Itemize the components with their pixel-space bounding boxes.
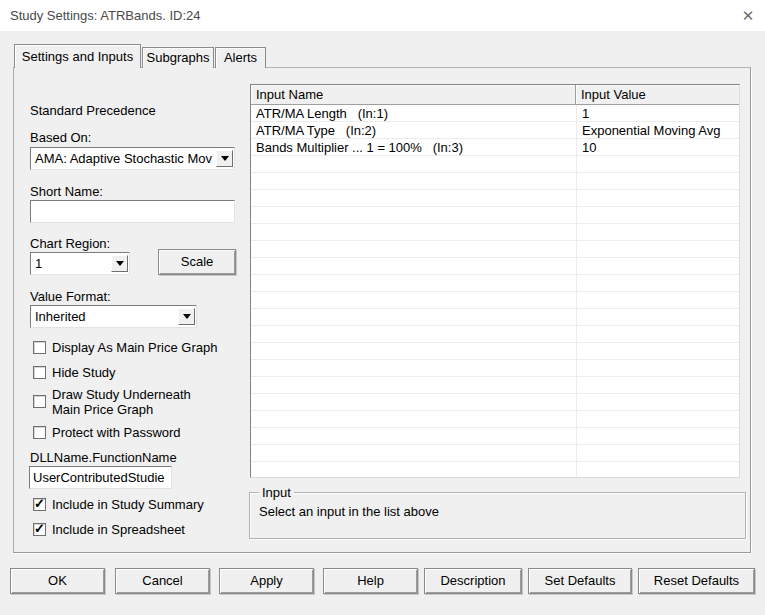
study-settings-dialog: Study Settings: ATRBands. ID:24 ✕ Settin… — [0, 0, 765, 615]
checkbox-draw-study-underneath[interactable]: Draw Study Underneath Main Price Graph — [33, 387, 213, 417]
chevron-down-icon[interactable] — [216, 150, 233, 167]
checkbox-display-as-main-price-graph[interactable]: Display As Main Price Graph — [33, 340, 243, 355]
table-row[interactable]: ATR/MA Length (In:1) 1 — [251, 105, 739, 122]
short-name-input[interactable] — [30, 200, 235, 223]
tab-alerts[interactable]: Alerts — [215, 47, 266, 68]
checkbox-label: Include in Spreadsheet — [52, 522, 243, 537]
short-name-label: Short Name: — [30, 184, 103, 199]
checkbox-label: Hide Study — [52, 365, 243, 380]
checkbox-box[interactable] — [33, 523, 46, 536]
dll-function-label: DLLName.FunctionName — [30, 450, 177, 465]
close-icon[interactable]: ✕ — [736, 4, 760, 28]
input-groupbox: Input Select an input in the list above — [249, 492, 746, 539]
checkbox-label: Draw Study Underneath Main Price Graph — [52, 387, 213, 417]
checkbox-label: Include in Study Summary — [52, 497, 243, 512]
input-group-message: Select an input in the list above — [259, 504, 439, 519]
chevron-down-icon[interactable] — [178, 308, 195, 325]
checkbox-protect-with-password[interactable]: Protect with Password — [33, 425, 243, 440]
cancel-button[interactable]: Cancel — [115, 568, 210, 594]
input-value-cell[interactable]: 10 — [577, 139, 739, 155]
checkbox-box[interactable] — [33, 426, 46, 439]
tab-page-join — [15, 66, 139, 68]
checkbox-include-in-study-summary[interactable]: Include in Study Summary — [33, 497, 243, 512]
set-defaults-button[interactable]: Set Defaults — [528, 568, 632, 594]
scale-button[interactable]: Scale — [158, 249, 236, 275]
inputs-table: Input Name Input Value ATR/MA Length (In… — [250, 84, 740, 478]
dll-function-input[interactable] — [29, 466, 172, 489]
checkbox-include-in-spreadsheet[interactable]: Include in Spreadsheet — [33, 522, 243, 537]
value-format-combobox[interactable]: Inherited — [30, 305, 197, 328]
description-button[interactable]: Description — [424, 568, 522, 594]
checkbox-label: Protect with Password — [52, 425, 243, 440]
inputs-table-header: Input Name Input Value — [251, 85, 739, 105]
inputs-table-body: ATR/MA Length (In:1) 1 ATR/MA Type (In:2… — [251, 105, 739, 477]
value-format-label: Value Format: — [30, 289, 111, 304]
tab-settings-and-inputs[interactable]: Settings and Inputs — [14, 44, 141, 68]
chevron-down-icon[interactable] — [111, 255, 128, 272]
based-on-value: AMA: Adaptive Stochastic Mov — [31, 151, 216, 166]
input-value-cell[interactable]: Exponential Moving Avg — [577, 122, 739, 138]
table-row[interactable]: ATR/MA Type (In:2) Exponential Moving Av… — [251, 122, 739, 139]
ok-button[interactable]: OK — [10, 568, 105, 594]
input-name-cell[interactable]: Bands Multiplier ... 1 = 100% (In:3) — [251, 139, 577, 155]
input-group-title: Input — [259, 485, 294, 500]
based-on-combobox[interactable]: AMA: Adaptive Stochastic Mov — [30, 147, 235, 170]
tab-subgraphs[interactable]: Subgraphs — [142, 47, 214, 68]
checkbox-box[interactable] — [33, 366, 46, 379]
checkbox-box[interactable] — [33, 395, 46, 408]
checkbox-hide-study[interactable]: Hide Study — [33, 365, 243, 380]
reset-defaults-button[interactable]: Reset Defaults — [638, 568, 755, 594]
based-on-label: Based On: — [30, 130, 91, 145]
input-name-cell[interactable]: ATR/MA Length (In:1) — [251, 105, 577, 121]
column-header-input-value[interactable]: Input Value — [576, 85, 739, 104]
empty-rows-area — [251, 156, 739, 477]
checkbox-box[interactable] — [33, 498, 46, 511]
checkbox-box[interactable] — [33, 341, 46, 354]
precedence-label: Standard Precedence — [30, 103, 156, 118]
help-button[interactable]: Help — [323, 568, 418, 594]
apply-button[interactable]: Apply — [219, 568, 314, 594]
window-title: Study Settings: ATRBands. ID:24 — [10, 8, 201, 23]
chart-region-label: Chart Region: — [30, 236, 110, 251]
chart-region-combobox[interactable]: 1 — [30, 252, 130, 275]
table-row[interactable]: Bands Multiplier ... 1 = 100% (In:3) 10 — [251, 139, 739, 156]
title-bar: Study Settings: ATRBands. ID:24 ✕ — [0, 0, 765, 31]
input-value-cell[interactable]: 1 — [577, 105, 739, 121]
chart-region-value: 1 — [31, 256, 111, 271]
input-name-cell[interactable]: ATR/MA Type (In:2) — [251, 122, 577, 138]
checkbox-label: Display As Main Price Graph — [52, 340, 243, 355]
value-format-value: Inherited — [31, 309, 178, 324]
column-header-input-name[interactable]: Input Name — [251, 85, 576, 104]
